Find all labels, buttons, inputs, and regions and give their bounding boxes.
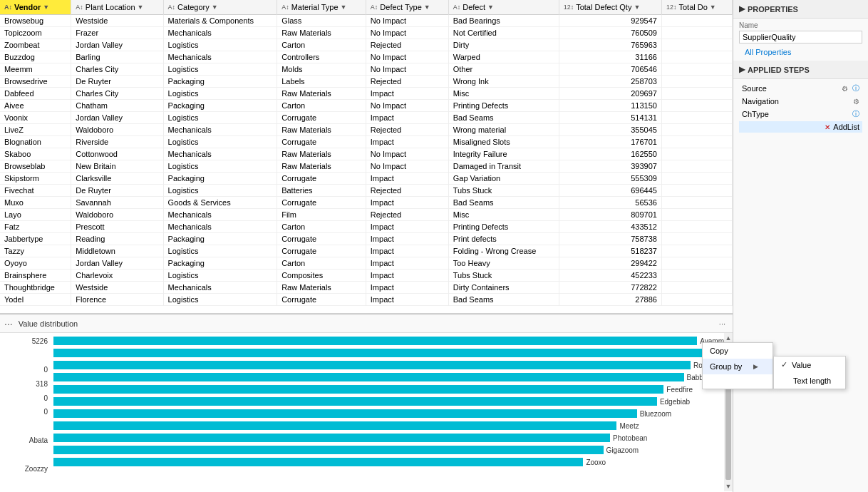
all-properties-link[interactable]: All Properties: [739, 46, 797, 58]
chart-dots-icon[interactable]: ···: [4, 318, 13, 329]
table-cell: Warped: [448, 51, 559, 63]
table-row[interactable]: MuxoSavannahGoods & ServicesCorrugateImp…: [0, 197, 733, 209]
bar: [53, 446, 604, 454]
table-row[interactable]: OyoyoJordan ValleyPackagingCartonImpactT…: [0, 257, 733, 270]
step-label: Navigation: [742, 97, 779, 106]
table-cell: 355045: [559, 124, 661, 136]
menu-item-copy[interactable]: Copy: [703, 343, 773, 359]
info-icon[interactable]: ⓘ: [852, 109, 859, 119]
dropdown-icon: ▼: [634, 4, 640, 11]
step-item-source[interactable]: Source⚙ⓘ: [739, 82, 862, 95]
bar: [53, 373, 684, 381]
gear-icon[interactable]: ⚙: [842, 85, 848, 93]
table-row[interactable]: BrowseblabNew BritainLogisticsRaw Materi…: [0, 160, 733, 173]
table-cell: Corrugate: [277, 245, 366, 257]
chart-scroll-up[interactable]: ▲: [725, 333, 732, 343]
bar: [53, 421, 616, 430]
step-label: Source: [742, 84, 767, 93]
table-cell: Impact: [366, 173, 448, 185]
table-row[interactable]: TazzyMiddletownLogisticsCorrugateImpactF…: [0, 245, 733, 257]
table-cell: Brainsphere: [0, 270, 71, 282]
bar-row: Roombo: [53, 359, 724, 371]
table-cell: Corrugate: [277, 233, 366, 245]
table-row[interactable]: TopiczoomFrazerMechanicalsRaw MaterialsN…: [0, 27, 733, 39]
table-row[interactable]: JabbertypeReadingPackagingCorrugateImpac…: [0, 233, 733, 245]
step-label: ChType: [742, 110, 769, 118]
step-item-addlist[interactable]: ✕AddList: [739, 121, 862, 133]
step-delete-icon[interactable]: ✕: [825, 123, 830, 131]
table-cell: Charles City: [71, 88, 163, 100]
table-header-vendor[interactable]: A↕Vendor▼: [0, 0, 71, 15]
table-cell: LiveZ: [0, 124, 71, 136]
table-cell: Fivechat: [0, 185, 71, 197]
main-area: A↕Vendor▼A↕Plant Location▼A↕Category▼A↕M…: [0, 0, 733, 492]
table-cell: Fatz: [0, 221, 71, 233]
submenu-item-value[interactable]: ✓ Value: [774, 357, 845, 373]
table-cell: Impact: [366, 112, 448, 124]
table-row[interactable]: FivechatDe RuyterLogisticsBatteriesRejec…: [0, 185, 733, 197]
menu-item-group-by[interactable]: Group by ▶: [703, 359, 773, 374]
table-row[interactable]: DabfeedCharles CityLogisticsRaw Material…: [0, 88, 733, 100]
name-input[interactable]: [739, 31, 862, 43]
chart-options-button[interactable]: ···: [716, 318, 728, 329]
table-cell: Raw Materials: [277, 27, 366, 39]
table-row[interactable]: AiveeChathamPackagingCartonNo ImpactPrin…: [0, 100, 733, 112]
step-item-navigation[interactable]: Navigation⚙: [739, 96, 862, 107]
table-header-material_type[interactable]: A↕Material Type▼: [277, 0, 366, 15]
table-row[interactable]: BuzzdogBarlingMechanicalsControllersNo I…: [0, 51, 733, 63]
table-row[interactable]: BrainsphereCharlevoixLogisticsComposites…: [0, 270, 733, 282]
chart-scroll-down[interactable]: ▼: [725, 481, 732, 491]
table-cell: [661, 294, 732, 306]
table-row[interactable]: FatzPrescottMechanicalsCartonImpactPrint…: [0, 221, 733, 233]
table-row[interactable]: LiveZWaldoboroMechanicalsRaw MaterialsRe…: [0, 124, 733, 136]
table-cell: [661, 63, 732, 76]
table-row[interactable]: ZoombeatJordan ValleyLogisticsCartonReje…: [0, 39, 733, 51]
table-row[interactable]: LayoWaldoboroMechanicalsFilmRejectedMisc…: [0, 209, 733, 221]
table-cell: Corrugate: [277, 294, 366, 306]
table-row[interactable]: BrowsedriveDe RuyterPackagingLabelsRejec…: [0, 76, 733, 88]
table-row[interactable]: BlognationRiversideLogisticsCorrugateImp…: [0, 136, 733, 148]
value-label: Value: [792, 361, 811, 369]
bar: [53, 434, 610, 442]
table-header-defect_type[interactable]: A↕Defect Type▼: [366, 0, 448, 15]
table-cell: Composites: [277, 270, 366, 282]
table-cell: Impact: [366, 282, 448, 294]
info-icon[interactable]: ⓘ: [852, 83, 859, 93]
gear-icon[interactable]: ⚙: [853, 98, 859, 106]
table-cell: Bad Seams: [448, 197, 559, 209]
table-cell: [661, 221, 732, 233]
table-cell: [661, 270, 732, 282]
step-item-chtype[interactable]: ChTypeⓘ: [739, 108, 862, 121]
table-row[interactable]: ThoughtbridgeWestsideMechanicalsRaw Mate…: [0, 282, 733, 294]
table-cell: Glass: [277, 15, 366, 27]
table-header-defect[interactable]: A↕Defect▼: [448, 0, 559, 15]
table-cell: [661, 197, 732, 209]
table-cell: Blognation: [0, 136, 71, 148]
table-row[interactable]: SkipstormClarksvillePackagingCorrugateIm…: [0, 173, 733, 185]
table-cell: 929547: [559, 15, 661, 27]
group-by-label: Group by: [710, 362, 742, 371]
col-sort-icon: 12↕: [666, 4, 677, 11]
submenu-item-text-length[interactable]: Text length: [774, 373, 845, 389]
table-scroll[interactable]: A↕Vendor▼A↕Plant Location▼A↕Category▼A↕M…: [0, 0, 733, 313]
table-header-total_defect_qty[interactable]: 12↕Total Defect Qty▼: [559, 0, 661, 15]
table-row[interactable]: YodelFlorenceLogisticsCorrugateImpactBad…: [0, 294, 733, 306]
bar-row: Gigazoom: [53, 444, 724, 456]
table-row[interactable]: MeemmCharles CityLogisticsMoldsNo Impact…: [0, 63, 733, 76]
table-header-total_do[interactable]: 12↕Total Do▼: [661, 0, 732, 15]
bar: [53, 385, 663, 394]
table-cell: Aivee: [0, 100, 71, 112]
table-cell: Printing Defects: [448, 221, 559, 233]
table-cell: Batteries: [277, 185, 366, 197]
table-row[interactable]: BrowsebugWestsideMaterials & ComponentsG…: [0, 15, 733, 27]
table-cell: New Britain: [71, 160, 163, 173]
table-row[interactable]: SkabooCottonwoodMechanicalsRaw Materials…: [0, 148, 733, 160]
table-cell: Voonix: [0, 112, 71, 124]
table-row[interactable]: VoonixJordan ValleyLogisticsCorrugateImp…: [0, 112, 733, 124]
table-header-category[interactable]: A↕Category▼: [163, 0, 277, 15]
table-cell: No Impact: [366, 51, 448, 63]
table-header-plant_location[interactable]: A↕Plant Location▼: [71, 0, 163, 15]
table-cell: Labels: [277, 76, 366, 88]
table-cell: Logistics: [163, 245, 277, 257]
bar: [53, 361, 691, 369]
